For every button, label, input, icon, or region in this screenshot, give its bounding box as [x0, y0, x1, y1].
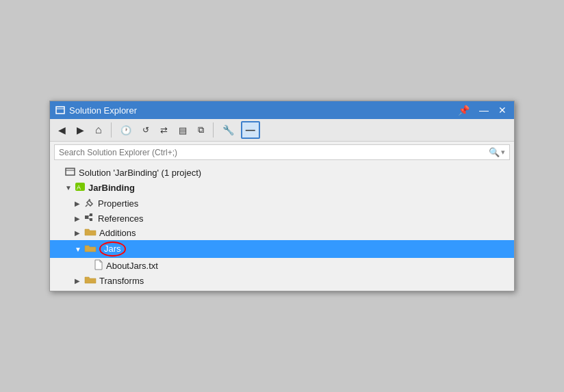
additions-label: Additions	[99, 228, 136, 238]
title-bar-left: Solution Explorer	[55, 105, 137, 116]
sync-button[interactable]: ⇄	[156, 122, 172, 138]
files-button[interactable]: ▤	[175, 122, 191, 138]
search-bar: 🔍 ▾	[54, 144, 510, 160]
android-icon: A	[75, 181, 86, 194]
svg-rect-0	[56, 107, 64, 114]
properties-label: Properties	[98, 198, 138, 209]
transforms-label: Transforms	[99, 276, 144, 286]
copy-button[interactable]: ⧉	[194, 122, 208, 138]
search-icon: 🔍	[489, 147, 500, 157]
properties-arrow: ▶	[75, 200, 84, 207]
additions-item[interactable]: ▶ Additions	[50, 226, 514, 240]
pin-button[interactable]: 📌	[456, 105, 472, 116]
jarbinding-item[interactable]: ▼ A JarBinding	[50, 180, 514, 196]
references-arrow: ▶	[75, 215, 84, 222]
file-icon	[94, 259, 103, 272]
svg-rect-10	[90, 218, 92, 221]
references-icon	[84, 213, 95, 224]
svg-rect-2	[66, 168, 75, 175]
references-item[interactable]: ▶ References	[50, 211, 514, 226]
search-input[interactable]	[59, 148, 489, 157]
svg-rect-8	[85, 215, 88, 219]
jars-arrow: ▼	[75, 246, 84, 253]
arrow-button[interactable]: ↺	[138, 122, 153, 138]
solution-explorer-icon	[55, 105, 65, 115]
close-button[interactable]: ✕	[496, 105, 509, 116]
solution-explorer-window: Solution Explorer 📌 — ✕ ◀ ▶ ⌂ 🕐 ↺ ⇄ ▤ ⧉ …	[49, 101, 515, 291]
back-button[interactable]: ◀	[54, 122, 70, 138]
solution-label: Solution 'JarBinding' (1 project)	[79, 168, 201, 178]
jars-label: Jars	[99, 241, 126, 257]
jarbinding-arrow: ▼	[65, 184, 75, 192]
additions-folder-icon	[84, 227, 97, 239]
transforms-folder-icon	[84, 275, 97, 287]
toolbar-separator-1	[111, 122, 112, 138]
home-button[interactable]: ⌂	[91, 121, 106, 139]
transforms-arrow: ▶	[75, 277, 84, 285]
minimize-button[interactable]: —	[477, 105, 491, 116]
solution-root-item[interactable]: Solution 'JarBinding' (1 project)	[50, 166, 514, 180]
solution-icon	[65, 167, 76, 179]
solution-tree: Solution 'JarBinding' (1 project) ▼ A Ja…	[50, 163, 514, 291]
title-bar: Solution Explorer 📌 — ✕	[50, 101, 514, 119]
svg-line-7	[86, 205, 88, 207]
window-title: Solution Explorer	[69, 105, 137, 116]
tools-button[interactable]: 🔧	[218, 122, 238, 138]
aboutjars-label: AboutJars.txt	[106, 261, 158, 271]
references-label: References	[98, 213, 143, 224]
toolbar-separator-2	[213, 122, 214, 138]
toolbar: ◀ ▶ ⌂ 🕐 ↺ ⇄ ▤ ⧉ 🔧 —	[50, 119, 514, 142]
transforms-item[interactable]: ▶ Transforms	[50, 274, 514, 288]
svg-rect-9	[90, 213, 92, 216]
properties-item[interactable]: ▶ Properties	[50, 196, 514, 211]
jars-item[interactable]: ▼ Jars	[50, 240, 514, 258]
search-dropdown-arrow[interactable]: ▾	[501, 148, 505, 157]
svg-line-11	[88, 215, 90, 217]
active-toggle-button[interactable]: —	[241, 121, 260, 139]
svg-line-12	[88, 218, 90, 220]
svg-text:A: A	[77, 184, 81, 191]
history-button[interactable]: 🕐	[116, 122, 136, 138]
forward-button[interactable]: ▶	[73, 122, 88, 138]
jars-folder-icon	[84, 244, 97, 255]
aboutjars-item[interactable]: AboutJars.txt	[50, 258, 514, 274]
properties-icon	[84, 197, 95, 210]
title-bar-controls: 📌 — ✕	[456, 105, 509, 116]
additions-arrow: ▶	[75, 229, 84, 237]
jarbinding-label: JarBinding	[88, 183, 135, 193]
